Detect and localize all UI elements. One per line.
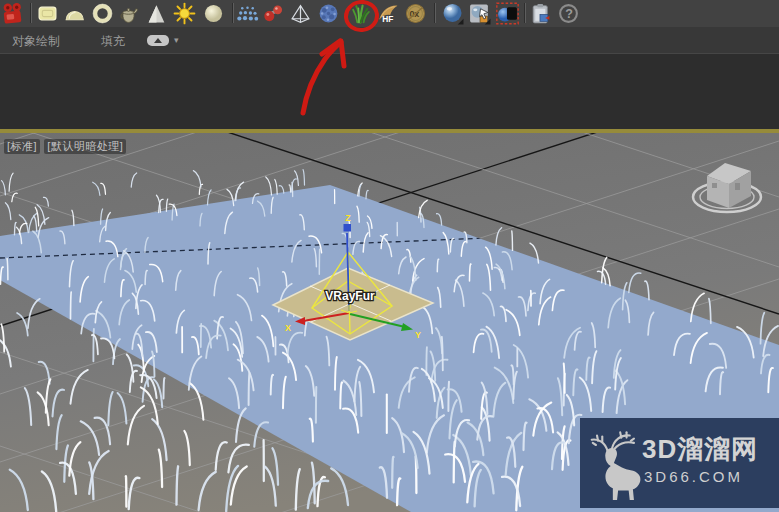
toolbar-separator [525, 3, 526, 23]
plane-icon[interactable] [36, 2, 59, 25]
metaballs-icon[interactable] [262, 2, 285, 25]
chevron-down-icon[interactable]: ▾ [174, 35, 179, 45]
material-sphere-icon[interactable] [441, 2, 464, 25]
sphere-icon[interactable] [202, 2, 225, 25]
deer-logo-icon [588, 426, 644, 502]
tab-populate[interactable]: 填充 [101, 33, 125, 50]
collapsed-ribbon-panel [0, 53, 779, 129]
torus-icon[interactable] [91, 2, 114, 25]
clipboard-icon[interactable] [529, 2, 552, 25]
toolbar-separator [31, 3, 32, 23]
video-camera-icon[interactable] [1, 2, 24, 25]
viewport-pov-label[interactable]: [标准] [4, 139, 40, 154]
crumple-ball-icon[interactable] [317, 2, 340, 25]
select-by-material-icon[interactable] [468, 2, 491, 25]
toolbar-separator [233, 3, 234, 23]
gizmo-object-name: VRayFur [325, 289, 375, 303]
viewport-label[interactable]: [标准] [默认明暗处理] [4, 139, 126, 154]
main-toolbar: HF0x? [0, 0, 779, 28]
scatter-icon[interactable] [236, 2, 259, 25]
teapot-icon[interactable] [117, 2, 140, 25]
ribbon-tab-row: 对象绘制 填充 ▾ [0, 27, 779, 54]
tab-object-paint[interactable]: 对象绘制 [12, 33, 60, 50]
active-viewport-border [0, 129, 779, 133]
pyramid-wire-icon[interactable] [289, 2, 312, 25]
hair-fur-icon[interactable]: HF [376, 2, 399, 25]
material-override-icon[interactable] [496, 2, 519, 25]
watermark-site-url: 3D66.COM [644, 468, 743, 485]
3dsmax-window: ZXYVRayFur HF0x? 对象绘制 填充 ▾ [标准] [默认明暗处理]… [0, 0, 779, 512]
svg-text:?: ? [565, 7, 573, 21]
z-axis-label: Z [345, 213, 351, 223]
svg-text:HF: HF [382, 14, 393, 24]
coin-icon[interactable]: 0x [404, 2, 427, 25]
watermark-site-name: 3D溜溜网 [642, 432, 758, 467]
toolbar-separator [435, 3, 436, 23]
y-axis-label: Y [415, 330, 421, 340]
minimize-arrow-icon [154, 38, 162, 43]
x-axis-label: X [285, 323, 291, 333]
help-icon[interactable]: ? [557, 2, 580, 25]
sun-light-icon[interactable] [173, 2, 196, 25]
cone-icon[interactable] [145, 2, 168, 25]
vray-fur-grass-icon[interactable] [349, 2, 372, 25]
ribbon-minimize-button[interactable] [147, 35, 169, 46]
dome-icon[interactable] [63, 2, 86, 25]
viewport-shading-label[interactable]: [默认明暗处理] [44, 139, 126, 154]
watermark: 3D溜溜网 3D66.COM [580, 418, 779, 508]
